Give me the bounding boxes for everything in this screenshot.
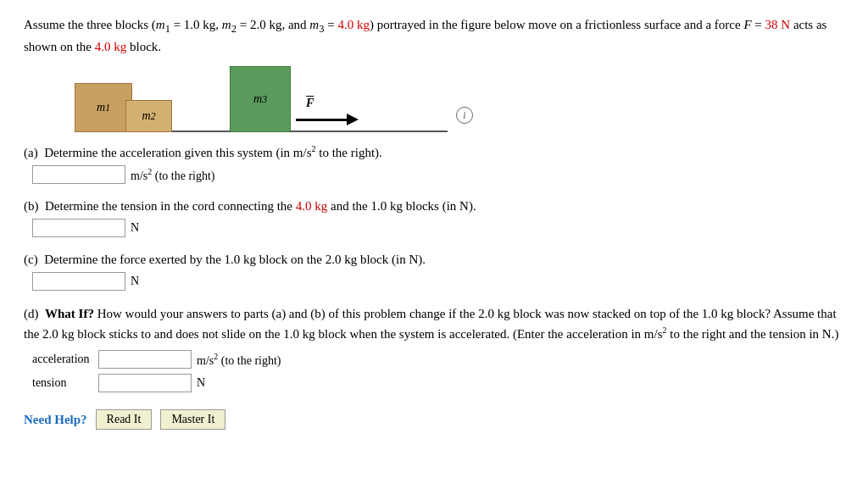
- part-b-question: (b) Determine the tension in the cord co…: [24, 199, 844, 214]
- part-c-question: (c) Determine the force exerted by the 1…: [24, 253, 844, 267]
- part-c: (c) Determine the force exerted by the 1…: [24, 253, 844, 291]
- part-a-question: (a) Determine the acceleration given thi…: [24, 144, 844, 160]
- block-m2: m2: [125, 100, 172, 132]
- part-c-input[interactable]: [32, 272, 125, 291]
- part-d-tension-row: tension N: [32, 374, 844, 392]
- part-b-input[interactable]: [32, 219, 125, 237]
- part-a-unit: m/s2 (to the right): [131, 167, 215, 183]
- part-d-question: (d) What If? How would your answers to p…: [24, 304, 844, 343]
- physics-figure: m1 m2 m3 F i: [75, 66, 448, 132]
- read-it-button[interactable]: Read It: [96, 409, 153, 430]
- problem-intro: Assume the three blocks (m1 = 1.0 kg, m2…: [24, 15, 844, 56]
- part-d-acceleration-input[interactable]: [98, 350, 192, 369]
- part-d-acceleration-row: acceleration m/s2 (to the right): [32, 350, 844, 369]
- part-a: (a) Determine the acceleration given thi…: [24, 144, 844, 184]
- master-it-button[interactable]: Master It: [160, 409, 225, 430]
- force-label: F: [306, 97, 314, 110]
- acceleration-label: acceleration: [32, 353, 93, 366]
- part-b-unit: N: [131, 221, 139, 235]
- tension-label: tension: [32, 376, 93, 390]
- part-d: (d) What If? How would your answers to p…: [24, 304, 844, 392]
- part-d-tension-input[interactable]: [98, 374, 192, 392]
- part-d-tension-unit: N: [197, 376, 205, 390]
- part-b: (b) Determine the tension in the cord co…: [24, 199, 844, 237]
- part-d-acceleration-unit: m/s2 (to the right): [197, 352, 281, 368]
- need-help-section: Need Help? Read It Master It: [24, 409, 844, 430]
- block-m3: m3: [230, 66, 291, 132]
- part-c-unit: N: [131, 275, 139, 288]
- block-m1: m1: [75, 83, 132, 132]
- need-help-label: Need Help?: [24, 413, 87, 427]
- part-a-input[interactable]: [32, 165, 125, 184]
- info-icon[interactable]: i: [456, 107, 473, 124]
- force-arrow: F: [296, 97, 359, 132]
